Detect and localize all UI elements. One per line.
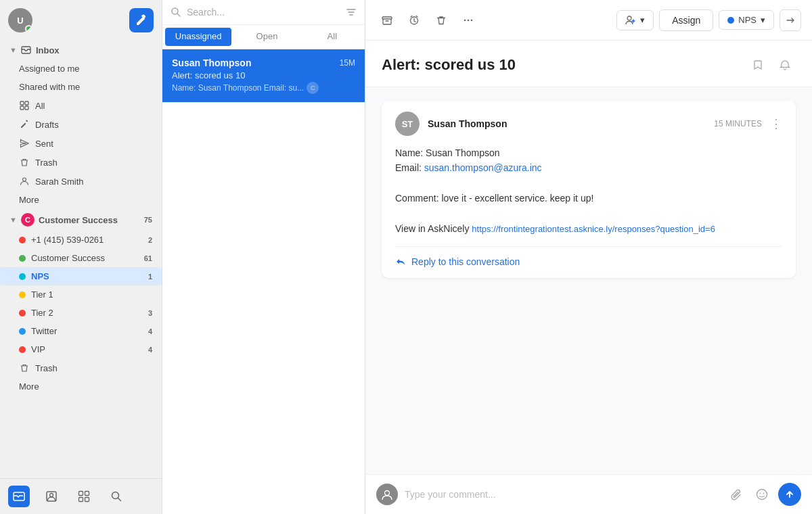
messages-area: ST Susan Thompson 15 MINUTES ⋮ Name: Sus… bbox=[365, 87, 812, 474]
trash2-icon bbox=[19, 363, 30, 373]
trash2-label: Trash bbox=[35, 363, 58, 373]
inbox-bottom-icon[interactable] bbox=[8, 486, 30, 507]
twitter-dot bbox=[19, 328, 26, 335]
tab-open[interactable]: Open bbox=[234, 25, 299, 49]
inbox-label: Inbox bbox=[36, 45, 60, 55]
svg-rect-12 bbox=[85, 498, 89, 502]
sent-label: Sent bbox=[35, 139, 53, 149]
nav-item-sarah-smith[interactable]: Sarah Smith bbox=[0, 172, 162, 191]
apps-bottom-icon[interactable] bbox=[73, 486, 95, 507]
vip-dot bbox=[19, 346, 26, 353]
nav-item-trash2[interactable]: Trash bbox=[0, 358, 162, 377]
conv-item[interactable]: Susan Thompson 15M Alert: scored us 10 N… bbox=[162, 49, 365, 103]
trash-icon bbox=[19, 157, 30, 168]
attachment-button[interactable] bbox=[727, 485, 746, 504]
nav-item-twitter[interactable]: Twitter 4 bbox=[0, 322, 162, 340]
msg-line1: Name: Susan Thompson bbox=[395, 145, 782, 160]
conv-list-header bbox=[162, 0, 365, 25]
message-card: ST Susan Thompson 15 MINUTES ⋮ Name: Sus… bbox=[382, 101, 796, 278]
nav-item-tier2[interactable]: Tier 2 3 bbox=[0, 304, 162, 322]
main-toolbar: ▾ Assign NPS ▾ bbox=[365, 0, 812, 41]
customer-success-group-label: Customer Success bbox=[39, 215, 140, 225]
send-button[interactable] bbox=[778, 483, 801, 506]
msg-view-link[interactable]: https://frontintegrationtest.asknice.ly/… bbox=[472, 224, 715, 234]
assign-people-button[interactable]: ▾ bbox=[616, 10, 654, 30]
conv-subject: Alert: scored us 10 bbox=[172, 70, 355, 80]
svg-rect-9 bbox=[79, 492, 83, 496]
phone-dot bbox=[19, 237, 26, 243]
cs-chevron: ▼ bbox=[9, 216, 17, 224]
conv-preview: Name: Susan Thompson Email: su... bbox=[172, 83, 304, 93]
assigned-to-me-label: Assigned to me bbox=[19, 64, 80, 74]
cs-group-badge: 75 bbox=[144, 216, 152, 224]
nav-item-tier1[interactable]: Tier 1 bbox=[0, 285, 162, 304]
twitter-label: Twitter bbox=[31, 326, 57, 336]
notification-button[interactable] bbox=[774, 54, 796, 76]
avatar-status bbox=[25, 25, 32, 32]
cs-inbox-label: Customer Success bbox=[31, 253, 105, 263]
sent-icon bbox=[19, 138, 30, 149]
move-button[interactable] bbox=[780, 9, 801, 31]
nav-item-vip[interactable]: VIP 4 bbox=[0, 340, 162, 358]
more2-label: More bbox=[19, 381, 39, 392]
svg-point-22 bbox=[757, 490, 767, 500]
conv-sender-name: Susan Thompson bbox=[172, 57, 251, 68]
vip-badge: 4 bbox=[148, 346, 152, 354]
vip-label: VIP bbox=[31, 344, 45, 354]
nav-item-more[interactable]: More bbox=[0, 191, 162, 209]
nav-item-cs-inbox[interactable]: Customer Success 61 bbox=[0, 249, 162, 267]
search-icon bbox=[171, 7, 181, 18]
assign-button[interactable]: Assign bbox=[659, 9, 713, 31]
reply-input[interactable] bbox=[405, 489, 720, 500]
drafts-icon bbox=[19, 119, 30, 130]
nps-dot bbox=[19, 273, 26, 280]
toolbar-trash-btn[interactable] bbox=[430, 9, 452, 31]
toolbar-snooze-btn[interactable] bbox=[403, 9, 425, 31]
tier2-dot bbox=[19, 310, 26, 317]
msg-view-prefix: View in AskNicely bbox=[395, 223, 472, 234]
toolbar-more-btn[interactable] bbox=[457, 9, 479, 31]
search-bottom-icon[interactable] bbox=[106, 486, 127, 507]
nav-item-nps[interactable]: NPS 1 bbox=[0, 267, 162, 285]
svg-point-21 bbox=[385, 491, 390, 496]
svg-rect-10 bbox=[85, 492, 89, 496]
nps-tag-button[interactable]: NPS ▾ bbox=[719, 10, 774, 30]
nav-item-phone[interactable]: +1 (415) 539-0261 2 bbox=[0, 231, 162, 249]
tab-all[interactable]: All bbox=[300, 25, 365, 49]
nav-item-drafts[interactable]: Drafts bbox=[0, 115, 162, 134]
inbox-icon bbox=[21, 45, 32, 55]
sort-icon[interactable] bbox=[346, 7, 357, 18]
customer-success-group-header[interactable]: ▼ C Customer Success 75 bbox=[0, 209, 162, 231]
shared-with-me-label: Shared with me bbox=[19, 82, 80, 92]
message-time: 15 MINUTES bbox=[714, 119, 762, 128]
svg-point-18 bbox=[468, 19, 470, 21]
nav-item-assigned-to-me[interactable]: Assigned to me bbox=[0, 60, 162, 78]
tier2-label: Tier 2 bbox=[31, 308, 53, 318]
svg-point-23 bbox=[760, 493, 761, 494]
nav-section: ▼ Inbox Assigned to me Shared with me bbox=[0, 38, 162, 478]
cs-inbox-badge: 61 bbox=[144, 254, 152, 262]
message-more-button[interactable]: ⋮ bbox=[770, 116, 782, 131]
conversation-area: Alert: scored us 10 ST bbox=[365, 41, 812, 514]
compose-button[interactable] bbox=[129, 8, 154, 32]
search-input[interactable] bbox=[187, 7, 340, 18]
toolbar-archive-btn[interactable] bbox=[376, 9, 398, 31]
nav-item-more2[interactable]: More bbox=[0, 377, 162, 396]
person-icon bbox=[19, 176, 30, 187]
avatar[interactable]: U bbox=[8, 8, 32, 32]
msg-email-link[interactable]: susan.thompson@azura.inc bbox=[424, 162, 542, 173]
emoji-button[interactable] bbox=[752, 485, 771, 504]
bookmark-button[interactable] bbox=[747, 54, 769, 76]
nav-item-shared-with-me[interactable]: Shared with me bbox=[0, 78, 162, 96]
reply-link[interactable]: Reply to this conversation bbox=[395, 246, 782, 267]
sarah-smith-label: Sarah Smith bbox=[35, 177, 84, 187]
nav-item-all[interactable]: All bbox=[0, 96, 162, 115]
contacts-bottom-icon[interactable] bbox=[41, 486, 62, 507]
inbox-group-header[interactable]: ▼ Inbox bbox=[0, 41, 162, 60]
svg-point-5 bbox=[23, 178, 26, 181]
tab-unassigned[interactable]: Unassigned bbox=[165, 28, 231, 46]
nav-item-trash[interactable]: Trash bbox=[0, 153, 162, 172]
nav-item-sent[interactable]: Sent bbox=[0, 134, 162, 153]
conv-time: 15M bbox=[340, 58, 355, 68]
reply-avatar bbox=[376, 484, 398, 505]
